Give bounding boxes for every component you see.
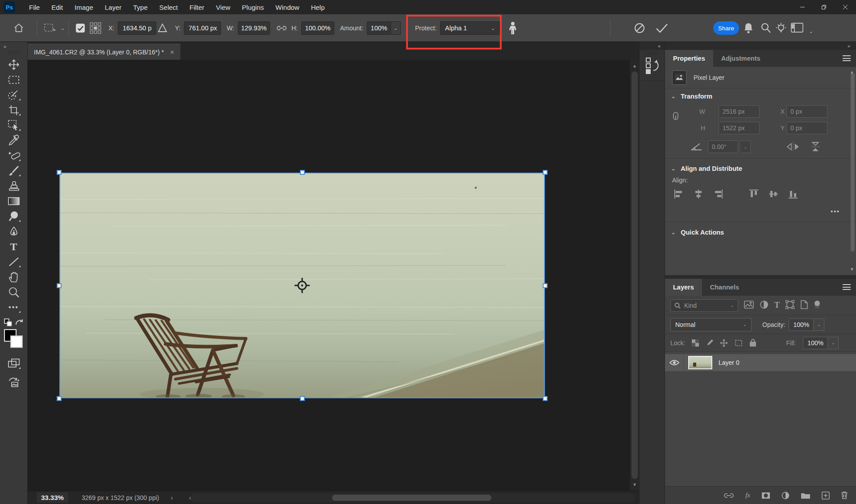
panel-scroll-down-icon[interactable]: ▼	[850, 267, 854, 272]
new-group-folder-icon[interactable]	[801, 492, 810, 499]
tab-adjustments[interactable]: Adjustments	[713, 50, 769, 67]
selection-brush-tool-icon[interactable]	[5, 87, 23, 103]
zoom-level-field[interactable]: 33.33%	[37, 492, 68, 503]
menu-window[interactable]: Window	[270, 1, 305, 14]
lock-position-icon[interactable]	[720, 339, 728, 347]
align-bottom-edges-icon[interactable]	[788, 189, 798, 199]
canvas-viewport[interactable]: ▲ ▼	[28, 60, 639, 491]
layer-thumbnail[interactable]	[688, 356, 712, 369]
horizontal-scrollbar[interactable]	[191, 493, 636, 502]
type-tool-icon[interactable]: T	[5, 239, 23, 254]
filter-kind-select[interactable]: Kind ⌄	[670, 299, 738, 312]
menu-file[interactable]: File	[23, 1, 46, 14]
flip-vertical-icon[interactable]	[810, 141, 821, 153]
align-vertical-centers-icon[interactable]	[769, 189, 778, 199]
panel-menu-icon[interactable]	[843, 55, 851, 61]
lock-pixels-icon[interactable]	[706, 339, 714, 347]
generative-edit-icon[interactable]	[5, 375, 23, 390]
toolbar-grip[interactable]: ||||||||	[8, 50, 20, 54]
discover-lightbulb-icon[interactable]	[776, 22, 786, 37]
amount-dropdown-arrow[interactable]: ⌄	[391, 21, 401, 35]
workspace-switcher-icon[interactable]: ⌄	[791, 22, 813, 35]
fill-field[interactable]: 100%	[803, 337, 828, 349]
horizontal-scrollbar-thumb[interactable]	[332, 495, 491, 501]
scroll-down-icon[interactable]: ▼	[630, 482, 640, 487]
align-left-edges-icon[interactable]	[674, 189, 684, 199]
panel-scrollbar-thumb[interactable]	[851, 73, 855, 252]
more-tools-icon[interactable]: •••	[5, 300, 23, 315]
filter-smart-objects-icon[interactable]	[800, 300, 808, 311]
vertical-scrollbar[interactable]: ▲ ▼	[629, 60, 639, 491]
transform-handle-top-right[interactable]	[543, 170, 548, 175]
reference-point-crosshair[interactable]	[294, 277, 310, 293]
transform-section-header[interactable]: ⌄ Transform	[665, 88, 856, 103]
swap-colors-icon[interactable]	[15, 318, 24, 326]
screen-mode-icon[interactable]	[5, 356, 23, 371]
layer-mask-icon[interactable]	[761, 492, 770, 499]
rectangular-marquee-tool-icon[interactable]	[5, 72, 23, 87]
crop-tool-icon[interactable]	[5, 103, 23, 118]
flip-horizontal-icon[interactable]	[785, 141, 801, 152]
menu-plugins[interactable]: Plugins	[236, 1, 270, 14]
blend-mode-select[interactable]: Normal ⌄	[670, 318, 752, 331]
adjustment-layer-icon[interactable]	[781, 492, 790, 500]
delete-layer-trash-icon[interactable]	[841, 491, 848, 500]
width-input[interactable]: 129.93%	[238, 21, 270, 35]
opacity-field[interactable]: 100%	[789, 318, 814, 331]
protect-select[interactable]: Alpha 1 ⌄	[440, 21, 500, 35]
close-tab-icon[interactable]: ×	[170, 48, 174, 56]
brush-tool-icon[interactable]	[5, 163, 23, 178]
tab-channels[interactable]: Channels	[702, 279, 747, 296]
filter-type-layers-icon[interactable]: T	[774, 301, 780, 310]
expand-panels-icon[interactable]: «	[640, 42, 665, 50]
align-section-header[interactable]: ⌄ Align and Distribute	[665, 161, 856, 175]
amount-input[interactable]: 100%	[367, 21, 391, 35]
restore-icon[interactable]	[813, 0, 835, 14]
menu-help[interactable]: Help	[305, 1, 331, 14]
history-panel-button[interactable]: ||||||||	[640, 50, 665, 81]
default-colors-icon[interactable]	[4, 318, 12, 326]
hand-tool-icon[interactable]	[5, 269, 23, 285]
lock-all-icon[interactable]	[749, 339, 756, 347]
x-position-input[interactable]: 1634.50 p	[118, 21, 156, 35]
eyedropper-tool-icon[interactable]	[5, 133, 23, 148]
filter-pixel-layers-icon[interactable]	[744, 301, 754, 310]
menu-select[interactable]: Select	[154, 1, 184, 14]
home-icon[interactable]	[13, 14, 24, 42]
object-selection-tool-icon[interactable]	[5, 118, 23, 133]
y-position-input[interactable]: 761.00 px	[184, 21, 221, 35]
new-layer-icon[interactable]	[822, 492, 830, 500]
transform-handle-top-left[interactable]	[57, 170, 62, 175]
more-align-options-icon[interactable]: •••	[665, 201, 856, 219]
document-tab[interactable]: IMG_4061.CR2 @ 33.3% (Layer 0, RGB/16*) …	[28, 44, 180, 60]
transform-handle-middle-right[interactable]	[543, 283, 548, 288]
align-horizontal-centers-icon[interactable]	[694, 189, 703, 199]
scroll-up-icon[interactable]: ▲	[630, 63, 640, 68]
menu-filter[interactable]: Filter	[184, 1, 210, 14]
lock-transparency-icon[interactable]	[691, 339, 699, 347]
minimize-icon[interactable]	[792, 0, 813, 14]
link-layers-icon[interactable]	[723, 492, 734, 499]
pen-tool-icon[interactable]	[5, 224, 23, 239]
tab-layers[interactable]: Layers	[665, 279, 702, 296]
commit-transform-icon[interactable]	[655, 14, 669, 42]
transform-handle-top-center[interactable]	[300, 170, 305, 175]
transform-handle-bottom-left[interactable]	[57, 396, 62, 401]
menu-edit[interactable]: Edit	[46, 1, 69, 14]
layer-visibility-toggle[interactable]	[665, 354, 684, 371]
search-icon[interactable]	[760, 22, 771, 36]
transform-handle-middle-left[interactable]	[57, 283, 62, 288]
clone-stamp-tool-icon[interactable]	[5, 178, 23, 194]
status-expand-icon[interactable]: ›	[170, 494, 173, 501]
cancel-transform-icon[interactable]	[634, 14, 645, 42]
height-input[interactable]: 100.00%	[301, 21, 334, 35]
move-tool-icon[interactable]	[5, 57, 23, 72]
link-dimensions-icon[interactable]	[276, 14, 287, 42]
vertical-scrollbar-thumb[interactable]	[632, 71, 638, 479]
transform-handle-bottom-right[interactable]	[543, 396, 548, 401]
opacity-dropdown-arrow[interactable]: ⌄	[814, 318, 824, 331]
spot-healing-brush-tool-icon[interactable]	[5, 148, 23, 163]
reference-point-grid-icon[interactable]	[89, 14, 102, 42]
panel-menu-icon[interactable]	[843, 284, 851, 290]
collapse-panels-icon[interactable]: »	[665, 42, 856, 50]
